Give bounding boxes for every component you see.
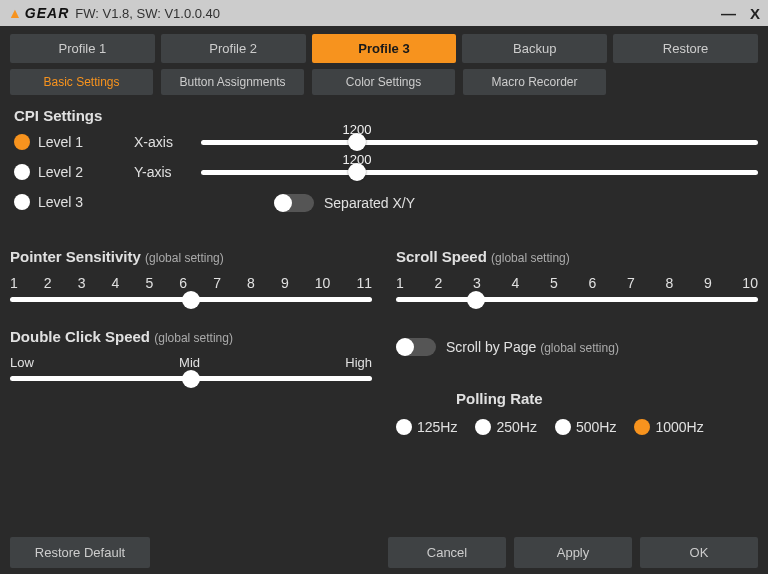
level-label: Level 2 [38,164,83,180]
tick-label: 10 [315,275,331,291]
radio-icon [14,134,30,150]
scroll-ticks: 12345678910 [396,275,758,291]
title-bar: ▲ GEAR FW: V1.8, SW: V1.0.0.40 — X [0,0,768,26]
tick-label: 9 [704,275,712,291]
level-label: Level 3 [38,194,83,210]
y-axis-slider[interactable]: 1200 [201,170,758,175]
tab-backup[interactable]: Backup [462,34,607,63]
tick-label: 1 [10,275,18,291]
toggle-knob [274,194,292,212]
separated-xy-label: Separated X/Y [324,195,415,211]
global-note: (global setting) [145,251,224,265]
double-click-slider[interactable] [10,376,372,381]
x-axis-slider[interactable]: 1200 [201,140,758,145]
tick-label: 4 [511,275,519,291]
toggle-knob [396,338,414,356]
tick-label: 8 [665,275,673,291]
tick-label: 4 [112,275,120,291]
settings-subtabs: Basic Settings Button Assignments Color … [10,69,758,95]
title-text: Scroll Speed [396,248,487,265]
polling-option-1000Hz[interactable]: 1000Hz [634,419,703,435]
pointer-ticks: 1234567891011 [10,275,372,291]
subtab-color-settings[interactable]: Color Settings [312,69,455,95]
tick-label: 8 [247,275,255,291]
dcs-high: High [345,355,372,370]
cancel-button[interactable]: Cancel [388,537,506,568]
tick-label: 2 [434,275,442,291]
slider-thumb[interactable] [182,291,200,309]
tab-profile-1[interactable]: Profile 1 [10,34,155,63]
tick-label: 5 [550,275,558,291]
version-text: FW: V1.8, SW: V1.0.0.40 [75,6,220,21]
pointer-sensitivity-slider[interactable] [10,297,372,302]
radio-icon [396,419,412,435]
tick-label: 11 [356,275,372,291]
tab-restore[interactable]: Restore [613,34,758,63]
scroll-by-page-row: Scroll by Page (global setting) [396,338,758,356]
tab-profile-3[interactable]: Profile 3 [312,34,457,63]
minimize-button[interactable]: — [721,5,736,22]
double-click-labels: Low Mid High [10,355,372,370]
content-area: Profile 1 Profile 2 Profile 3 Backup Res… [0,26,768,435]
cpi-settings-section: CPI Settings Level 1 Level 2 Level 3 [10,107,758,224]
tick-label: 6 [179,275,187,291]
title-text: Double Click Speed [10,328,150,345]
app-window: ▲ GEAR FW: V1.8, SW: V1.0.0.40 — X Profi… [0,0,768,574]
radio-icon [14,164,30,180]
apply-button[interactable]: Apply [514,537,632,568]
radio-icon [634,419,650,435]
ok-button[interactable]: OK [640,537,758,568]
slider-thumb[interactable] [182,370,200,388]
scroll-by-page-label: Scroll by Page (global setting) [446,339,619,355]
scroll-speed-slider[interactable] [396,297,758,302]
polling-option-125Hz[interactable]: 125Hz [396,419,457,435]
subtab-button-assignments[interactable]: Button Assignments [161,69,304,95]
dcs-low: Low [10,355,34,370]
polling-option-250Hz[interactable]: 250Hz [475,419,536,435]
subtab-macro-recorder[interactable]: Macro Recorder [463,69,606,95]
radio-icon [14,194,30,210]
separated-xy-toggle[interactable] [274,194,314,212]
right-column: Scroll Speed (global setting) 1234567891… [396,248,758,435]
level-label: Level 1 [38,134,83,150]
subtab-basic-settings[interactable]: Basic Settings [10,69,153,95]
tick-label: 3 [78,275,86,291]
global-note: (global setting) [491,251,570,265]
double-click-title: Double Click Speed (global setting) [10,328,372,345]
slider-thumb[interactable] [348,133,366,151]
polling-label: 125Hz [417,419,457,435]
cpi-level-3[interactable]: Level 3 [14,194,134,210]
slider-thumb[interactable] [348,163,366,181]
tab-profile-2[interactable]: Profile 2 [161,34,306,63]
label-text: Scroll by Page [446,339,536,355]
x-axis-row: X-axis 1200 [134,134,758,150]
left-column: Pointer Sensitivity (global setting) 123… [10,248,372,435]
scroll-speed-title: Scroll Speed (global setting) [396,248,758,265]
tick-label: 6 [588,275,596,291]
polling-rate-section: Polling Rate 125Hz250Hz500Hz1000Hz [396,390,758,435]
app-logo: ▲ GEAR [8,5,69,21]
restore-default-button[interactable]: Restore Default [10,537,150,568]
polling-options: 125Hz250Hz500Hz1000Hz [396,419,758,435]
polling-label: 500Hz [576,419,616,435]
footer-buttons: Restore Default Cancel Apply OK [10,537,758,568]
polling-label: 250Hz [496,419,536,435]
slider-thumb[interactable] [467,291,485,309]
radio-icon [475,419,491,435]
polling-option-500Hz[interactable]: 500Hz [555,419,616,435]
scroll-by-page-toggle[interactable] [396,338,436,356]
profile-tabs: Profile 1 Profile 2 Profile 3 Backup Res… [10,34,758,63]
polling-rate-title: Polling Rate [396,390,758,407]
logo-icon: ▲ [8,5,23,21]
close-button[interactable]: X [750,5,760,22]
radio-icon [555,419,571,435]
global-note: (global setting) [154,331,233,345]
window-controls: — X [721,5,760,22]
cpi-level-1[interactable]: Level 1 [14,134,134,150]
y-axis-row: Y-axis 1200 [134,164,758,180]
cpi-level-2[interactable]: Level 2 [14,164,134,180]
tick-label: 3 [473,275,481,291]
tick-label: 9 [281,275,289,291]
brand-text: GEAR [25,5,69,21]
y-axis-label: Y-axis [134,164,189,180]
